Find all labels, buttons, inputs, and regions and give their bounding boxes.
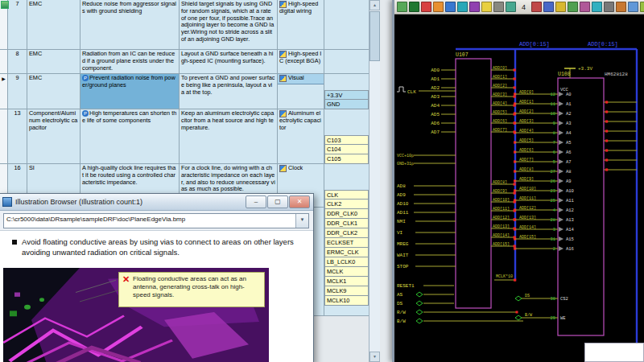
cell-category[interactable]: EMC bbox=[27, 50, 80, 73]
address-pin-row[interactable]: 2 A16 bbox=[514, 246, 574, 252]
ad-net-row[interactable]: AD2 bbox=[431, 85, 456, 91]
toolbar-icon[interactable] bbox=[543, 2, 554, 12]
ad-net-row[interactable]: AD0 bbox=[431, 68, 456, 73]
related-net-cell[interactable]: MCLK1 bbox=[324, 277, 369, 286]
address-pin-row[interactable]: ADD[9] 26 A9 bbox=[514, 177, 572, 184]
address-pin-row[interactable]: ADD[3] 9 A3 bbox=[514, 119, 572, 126]
cell-countermeasure[interactable]: Keep an aluminum electrolytic capacitor … bbox=[180, 109, 278, 163]
address-pin-row[interactable]: ADD[2] 10 A2 bbox=[514, 109, 572, 117]
maximize-button[interactable]: ▢ bbox=[267, 195, 288, 208]
address-pin-row[interactable]: ADD[5] 7 A5 bbox=[514, 138, 572, 146]
cell-description[interactable]: PHigh temperatures can shorten the life … bbox=[80, 109, 180, 163]
bus-tap-row[interactable]: ADD[5] bbox=[491, 110, 516, 116]
close-button[interactable]: ✕ bbox=[289, 195, 310, 208]
bus-tap-row[interactable]: ADD[4] bbox=[491, 101, 516, 107]
illustration-path-combo[interactable]: C:\cr5000\data\DRsample\sampleDRF\doc\Pl… bbox=[3, 213, 309, 228]
address-pin-row[interactable]: ADD[12] 4 A12 bbox=[514, 206, 574, 213]
bus-tap-row[interactable]: ADD[9] bbox=[491, 189, 516, 195]
address-pin-row[interactable]: ADD[13] 28 A13 bbox=[514, 216, 574, 223]
cell-description[interactable]: Reduce noise from aggressor signals with… bbox=[80, 0, 180, 49]
cell-row-number[interactable]: 7 bbox=[8, 0, 27, 49]
related-net-cell[interactable]: +3.3V bbox=[324, 90, 369, 100]
bus-tap-row[interactable]: ADD[13] bbox=[491, 224, 516, 230]
ic-u107[interactable] bbox=[456, 59, 491, 308]
bus-tap-row[interactable]: ADD[10] bbox=[491, 198, 516, 204]
control-net-row[interactable]: AS bbox=[397, 292, 454, 298]
bus-tap-row[interactable]: ADD[6] bbox=[491, 119, 516, 125]
scroll-down-button[interactable]: ▼ bbox=[369, 352, 380, 362]
address-pin-row[interactable]: ADD[14] 3 A14 bbox=[514, 225, 575, 232]
bus-tap-row[interactable]: ADD[7] bbox=[491, 128, 516, 134]
scroll-up-button[interactable]: ▲ bbox=[369, 0, 380, 10]
toolbar-icon[interactable] bbox=[481, 2, 492, 12]
data-pin-row[interactable] bbox=[604, 110, 637, 113]
cell-description[interactable]: PPrevent radiation noise from power/grou… bbox=[80, 74, 180, 109]
bus-tap-row[interactable]: ADD[3] bbox=[491, 93, 516, 98]
bus-label[interactable]: ADD[0:15] bbox=[588, 41, 618, 47]
control-net-row[interactable]: R/W bbox=[397, 310, 454, 315]
data-pin-row[interactable] bbox=[604, 168, 637, 171]
part-number[interactable]: HM628128 bbox=[605, 72, 628, 77]
toolbar-icon[interactable] bbox=[506, 2, 516, 12]
toolbar-icon[interactable] bbox=[421, 2, 431, 12]
related-net-cell[interactable]: MCLK10 bbox=[324, 296, 369, 306]
control-net-row[interactable]: DS bbox=[397, 301, 454, 306]
control-net-row[interactable]: B/W bbox=[397, 319, 454, 324]
cell-row-number[interactable]: 8 bbox=[8, 50, 27, 73]
cell-row-number[interactable]: 13 bbox=[8, 109, 27, 163]
address-pin-row[interactable]: ADD[10] 23 A10 bbox=[514, 187, 574, 194]
data-pin-row[interactable] bbox=[604, 139, 637, 142]
data-pin-row[interactable] bbox=[604, 130, 637, 132]
ad-net-row[interactable]: AD5 bbox=[431, 112, 456, 117]
toolbar-icon[interactable] bbox=[580, 2, 590, 12]
cell-category[interactable]: Component/Aluminum electrolytic capacito… bbox=[27, 109, 80, 163]
bus-tap-row[interactable]: ADD[11] bbox=[491, 207, 516, 212]
related-net-cell[interactable]: DDR_CLK0 bbox=[324, 209, 369, 219]
toolbar-icon[interactable] bbox=[568, 2, 578, 12]
address-pin-row[interactable]: ADD[11] 25 A11 bbox=[514, 196, 575, 204]
toolbar-icon[interactable] bbox=[493, 2, 504, 12]
cell-countermeasure[interactable]: To prevent a GND and power surface being… bbox=[180, 74, 278, 109]
cell-related-item[interactable]: Aluminum electrolytic capacitor bbox=[278, 109, 324, 163]
ad-net-row[interactable]: AD1 bbox=[431, 76, 456, 82]
net-label[interactable]: MCLK*10 bbox=[496, 274, 513, 279]
illustration-path[interactable]: C:\cr5000\data\DRsample\sampleDRF\doc\Pl… bbox=[4, 214, 295, 228]
ad-net-row[interactable]: AD7 bbox=[431, 130, 456, 135]
toolbar-icon[interactable] bbox=[397, 2, 407, 12]
control-pin-row[interactable]: B/W 29 WE bbox=[515, 313, 566, 321]
control-net-row[interactable]: RESET1 bbox=[397, 283, 454, 289]
table-scrollbar[interactable]: ▲ ▼ bbox=[369, 0, 380, 362]
related-net-cell[interactable]: CLK2 bbox=[324, 200, 369, 209]
address-pin-row[interactable]: ADD[8] 27 A8 bbox=[514, 167, 572, 175]
control-net-row[interactable]: NMI bbox=[397, 219, 456, 224]
net-label[interactable]: CLK bbox=[407, 89, 416, 95]
bus-tap-row[interactable]: ADD[12] bbox=[491, 216, 516, 221]
data-pin-row[interactable] bbox=[604, 149, 637, 151]
bus-tap-row[interactable]: ADD[8] bbox=[491, 180, 516, 186]
minimize-button[interactable]: – bbox=[246, 195, 266, 208]
ad-net-row[interactable]: AD8 bbox=[397, 183, 456, 189]
ad-net-row[interactable]: AD10 bbox=[397, 201, 456, 207]
toolbar-icon[interactable] bbox=[531, 2, 542, 12]
cell-related-item[interactable]: High-speed IC (except BGA) bbox=[278, 50, 324, 73]
control-net-row[interactable]: MREG bbox=[397, 241, 456, 247]
control-pin-row[interactable]: DS 30 CS2 bbox=[515, 294, 568, 302]
cell-related-item[interactable]: Visual bbox=[278, 74, 324, 109]
bus-tap-row[interactable]: ADD[1] bbox=[491, 75, 516, 80]
toolbar-icon[interactable] bbox=[616, 2, 626, 12]
control-net-row[interactable]: STOP bbox=[397, 264, 456, 269]
bus-tap-row[interactable]: ADD[14] bbox=[491, 233, 516, 239]
bus-tap-row[interactable]: ADD[15] bbox=[491, 242, 516, 248]
related-net-cell[interactable]: DDR_CLK1 bbox=[324, 219, 369, 228]
toolbar-icon[interactable] bbox=[457, 2, 468, 12]
related-part-cell[interactable]: C103 bbox=[324, 135, 369, 145]
title-bar[interactable]: Illustration Browser (Illustration count… bbox=[0, 194, 313, 211]
address-pin-row[interactable]: ADD[1] 11 A1 bbox=[514, 100, 572, 107]
related-net-cell[interactable]: ECLKSET bbox=[324, 238, 369, 248]
power-ref-row[interactable]: GND+31p bbox=[397, 162, 456, 167]
data-pin-row[interactable] bbox=[604, 101, 637, 103]
cell-row-number[interactable]: 9 bbox=[8, 74, 27, 109]
power-net-label[interactable]: +3.3V bbox=[578, 66, 592, 72]
dropdown-arrow-icon[interactable]: ▼ bbox=[295, 214, 308, 228]
cell-countermeasure[interactable]: Layout a GND surface beneath a high-spee… bbox=[180, 50, 278, 73]
